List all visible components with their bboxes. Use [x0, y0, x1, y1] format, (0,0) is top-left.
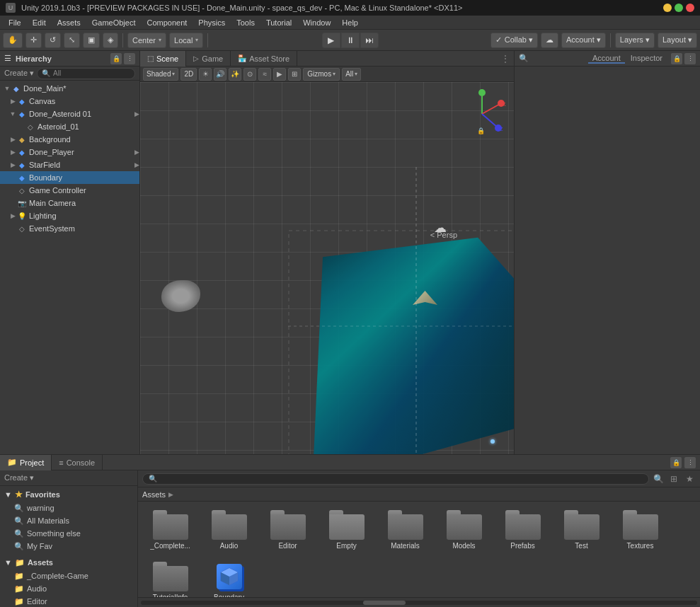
menu-tools[interactable]: Tools [231, 17, 260, 28]
menu-file[interactable]: File [3, 17, 27, 28]
hierarchy-lock-icon[interactable]: 🔒 [110, 53, 122, 64]
hierarchy-header-icons: 🔒 ⋮ [110, 53, 135, 64]
tab-console[interactable]: ≡ Console [52, 455, 103, 470]
shading-dropdown[interactable]: Shaded ▾ [143, 68, 178, 81]
maximize-button[interactable] [675, 4, 683, 12]
sidebar-item-all-materials[interactable]: 🔍 All Materials [0, 514, 137, 527]
local-dropdown[interactable]: Local ▾ [169, 33, 203, 48]
sidebar-item-warning[interactable]: 🔍 warning [0, 502, 137, 514]
hier-done-main[interactable]: ▼ ◆ Done_Main* [0, 82, 139, 95]
hier-asteroid-01[interactable]: ◇ Asteroid_01 [0, 120, 139, 133]
hier-asteroid[interactable]: ▼ ◆ Done_Asteroid 01 ▶ [0, 108, 139, 120]
scrollbar-track[interactable] [141, 601, 697, 605]
file-editor[interactable]: Editor [261, 507, 314, 553]
tool-rect[interactable]: ▣ [83, 33, 100, 48]
sidebar-assets-audio[interactable]: 📁 Audio [0, 582, 137, 595]
scene-viewport[interactable]: ☁ < Persp y x [140, 82, 514, 454]
project-menu-icon[interactable]: ⋮ [684, 457, 696, 468]
project-search[interactable]: 🔍 [142, 473, 649, 485]
tool-transform[interactable]: ◈ [103, 33, 118, 48]
hier-eventsystem[interactable]: ◇ EventSystem [0, 222, 139, 235]
sidebar-assets-complete-game[interactable]: 📁 _Complete-Game [0, 570, 137, 582]
inspector-menu-icon[interactable]: ⋮ [684, 53, 696, 64]
sidebar-item-something-else[interactable]: 🔍 Something else [0, 527, 137, 540]
hier-item-label: Lighting [29, 212, 57, 220]
minimize-button[interactable] [663, 4, 672, 12]
file-test[interactable]: Test [555, 507, 608, 553]
menu-tutorial[interactable]: Tutorial [260, 17, 297, 28]
inspector-lock-icon[interactable]: 🔒 [671, 53, 682, 64]
file-materials[interactable]: Materials [379, 507, 432, 553]
hier-player[interactable]: ▶ ◆ Done_Player ▶ [0, 146, 139, 158]
favorites-header[interactable]: ▼ ★ Favorites [0, 487, 137, 502]
hierarchy-search[interactable]: 🔍 All [37, 68, 135, 79]
project-star-btn[interactable]: ★ [683, 473, 696, 485]
scene-anim-btn[interactable]: ▶ [273, 68, 286, 81]
hierarchy-create-button[interactable]: Create ▾ [4, 69, 34, 78]
hier-canvas[interactable]: ▶ ◆ Canvas [0, 95, 139, 108]
menu-gameobject[interactable]: GameObject [86, 17, 142, 28]
center-arrow: ▾ [159, 37, 161, 43]
assets-folder-header[interactable]: ▼ 📁 Assets [0, 555, 137, 570]
dimension-dropdown[interactable]: 2D [180, 68, 197, 81]
account-dropdown[interactable]: Account ▾ [561, 33, 606, 48]
file-audio[interactable]: Audio [202, 507, 256, 553]
all-dropdown[interactable]: All ▾ [342, 68, 361, 81]
file-empty[interactable]: Empty [320, 507, 373, 553]
inspector-tab[interactable]: Inspector [626, 54, 667, 64]
hier-lighting[interactable]: ▶ 💡 Lighting [0, 209, 139, 222]
file-complete-game[interactable]: _Complete... [144, 507, 197, 553]
sidebar-item-my-fav[interactable]: 🔍 My Fav [0, 540, 137, 553]
tab-asset-store[interactable]: 🏪 Asset Store [231, 51, 297, 67]
play-button[interactable]: ▶ [322, 33, 340, 48]
project-sort-btn[interactable]: ⊞ [667, 473, 680, 485]
scrollbar-thumb[interactable] [363, 601, 406, 605]
scene-light-btn[interactable]: ☀ [199, 68, 212, 81]
menu-edit[interactable]: Edit [27, 17, 52, 28]
file-textures[interactable]: Textures [614, 507, 667, 553]
hier-boundary[interactable]: ◆ Boundary [0, 171, 139, 184]
pause-button[interactable]: ⏸ [341, 33, 360, 48]
center-dropdown[interactable]: Center ▾ [127, 33, 166, 48]
tab-game[interactable]: ▷ Game [186, 51, 231, 67]
hier-main-camera[interactable]: 📷 Main Camera [0, 197, 139, 209]
menu-assets[interactable]: Assets [52, 17, 86, 28]
hier-game-controller[interactable]: ◇ Game Controller [0, 184, 139, 197]
scene-audio-btn[interactable]: 🔊 [214, 68, 226, 81]
tabs-menu-button[interactable]: ⋮ [497, 54, 514, 64]
file-tutorialinfo[interactable]: TutorialInfo [144, 559, 197, 597]
file-prefabs[interactable]: Prefabs [496, 507, 549, 553]
file-models[interactable]: Models [437, 507, 490, 553]
file-boundary[interactable]: Boundary [202, 559, 256, 597]
tool-move[interactable]: ✛ [25, 33, 42, 48]
project-filter-btn[interactable]: 🔍 [652, 473, 665, 485]
step-button[interactable]: ⏭ [360, 33, 379, 48]
project-create-button[interactable]: Create ▾ [4, 473, 34, 482]
close-button[interactable] [686, 4, 694, 12]
tab-project[interactable]: 📁 Project [0, 455, 52, 470]
menu-component[interactable]: Component [141, 17, 193, 28]
menu-physics[interactable]: Physics [193, 17, 231, 28]
layout-dropdown[interactable]: Layout ▾ [658, 33, 697, 48]
project-lock-icon[interactable]: 🔒 [670, 457, 682, 468]
scene-fog-btn[interactable]: ≈ [258, 68, 271, 81]
cloud-button[interactable]: ☁ [541, 33, 558, 48]
tool-hand[interactable]: ✋ [3, 33, 23, 48]
sidebar-assets-editor[interactable]: 📁 Editor [0, 595, 137, 607]
scene-skybox-btn[interactable]: ⊙ [243, 68, 256, 81]
collab-dropdown[interactable]: ✓ Collab ▾ [490, 33, 538, 48]
tool-scale[interactable]: ⤡ [64, 33, 80, 48]
account-tab[interactable]: Account [588, 54, 625, 64]
favorites-expand: ▼ [4, 490, 12, 499]
hier-starfield[interactable]: ▶ ◆ StarField ▶ [0, 158, 139, 171]
hier-background[interactable]: ▶ ◆ Background [0, 133, 139, 146]
scene-nav-btn[interactable]: ⊞ [288, 68, 301, 81]
tab-scene[interactable]: ⬚ Scene [140, 51, 186, 67]
gizmos-dropdown[interactable]: Gizmos ▾ [303, 68, 340, 81]
tool-rotate[interactable]: ↺ [45, 33, 61, 48]
layers-dropdown[interactable]: Layers ▾ [615, 33, 655, 48]
scene-fx-btn[interactable]: ✨ [229, 68, 241, 81]
menu-help[interactable]: Help [336, 17, 364, 28]
menu-window[interactable]: Window [297, 17, 336, 28]
hierarchy-menu-icon[interactable]: ⋮ [124, 53, 135, 64]
